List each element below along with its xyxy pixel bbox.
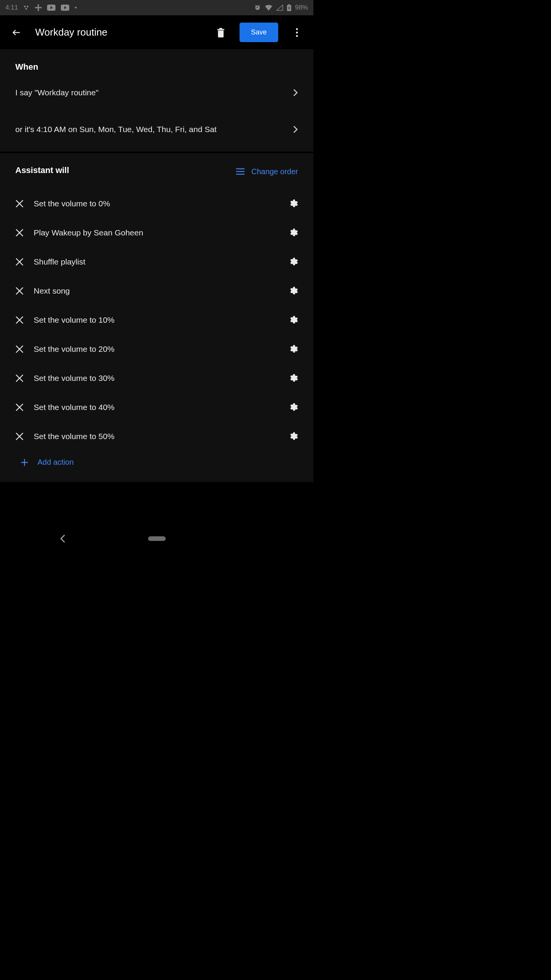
slack-icon (35, 4, 42, 11)
action-settings-button[interactable] (288, 344, 298, 354)
assistant-section: Assistant will Change order (0, 153, 313, 181)
add-action-label: Add action (37, 458, 74, 467)
when-section: When I say "Workday routine" or it's 4:1… (0, 50, 313, 152)
action-row: Set the volume to 0% (15, 189, 298, 218)
add-action-button[interactable]: Add action (15, 451, 298, 478)
action-settings-button[interactable] (288, 199, 298, 209)
action-settings-button[interactable] (288, 373, 298, 383)
youtube-icon-2 (61, 5, 69, 11)
status-right: 98% (254, 4, 308, 11)
svg-point-15 (296, 35, 298, 37)
status-left: 4:11 • (5, 4, 77, 11)
nav-home-pill[interactable] (148, 536, 166, 541)
change-order-button[interactable]: Change order (236, 167, 298, 176)
trigger-label: I say "Workday routine" (15, 88, 99, 97)
plus-icon (21, 459, 28, 466)
action-label: Shuffle playlist (34, 257, 288, 266)
action-row: Shuffle playlist (15, 247, 298, 276)
remove-action-button[interactable] (15, 287, 34, 295)
actions-list: Set the volume to 0%Play Wakeup by Sean … (0, 181, 313, 482)
action-label: Set the volume to 20% (34, 345, 288, 354)
battery-percent: 98% (295, 4, 308, 11)
remove-action-button[interactable] (15, 258, 34, 266)
action-settings-button[interactable] (288, 286, 298, 296)
app-bar: Workday routine Save (0, 15, 313, 50)
remove-action-button[interactable] (15, 432, 34, 441)
action-label: Next song (34, 286, 288, 296)
reorder-icon (236, 168, 245, 175)
chevron-right-icon (293, 88, 298, 97)
svg-point-13 (296, 28, 298, 30)
action-settings-button[interactable] (288, 315, 298, 325)
clock-text: 4:11 (5, 4, 18, 11)
signal-icon (276, 5, 283, 11)
remove-action-button[interactable] (15, 229, 34, 237)
overflow-menu-button[interactable] (289, 24, 305, 41)
remove-action-button[interactable] (15, 403, 34, 412)
action-label: Set the volume to 40% (34, 403, 288, 412)
trigger-label: or it's 4:10 AM on Sun, Mon, Tue, Wed, T… (15, 125, 217, 134)
action-settings-button[interactable] (288, 228, 298, 238)
svg-point-2 (25, 8, 27, 10)
action-row: Play Wakeup by Sean Goheen (15, 218, 298, 247)
change-order-label: Change order (251, 167, 298, 176)
svg-point-1 (27, 6, 28, 7)
action-settings-button[interactable] (288, 402, 298, 412)
action-row: Set the volume to 40% (15, 393, 298, 422)
assistant-dots-icon (23, 5, 29, 11)
action-row: Set the volume to 30% (15, 364, 298, 393)
trigger-schedule[interactable]: or it's 4:10 AM on Sun, Mon, Tue, Wed, T… (15, 111, 298, 148)
action-row: Set the volume to 50% (15, 422, 298, 451)
battery-icon (287, 4, 291, 11)
action-row: Next song (15, 276, 298, 305)
svg-point-14 (296, 31, 298, 33)
remove-action-button[interactable] (15, 199, 34, 208)
save-button[interactable]: Save (240, 23, 278, 42)
svg-rect-11 (288, 4, 290, 5)
wifi-icon (265, 5, 272, 11)
action-label: Set the volume to 50% (34, 432, 288, 441)
remove-action-button[interactable] (15, 374, 34, 382)
action-label: Set the volume to 30% (34, 374, 288, 383)
trigger-voice-command[interactable]: I say "Workday routine" (15, 74, 298, 111)
svg-marker-9 (277, 5, 283, 10)
action-settings-button[interactable] (288, 257, 298, 267)
action-row: Set the volume to 10% (15, 305, 298, 335)
alarm-icon (254, 4, 261, 11)
navigation-bar (0, 526, 313, 551)
action-row: Set the volume to 20% (15, 335, 298, 364)
assistant-header: Assistant will (15, 165, 69, 175)
remove-action-button[interactable] (15, 345, 34, 353)
content-area: When I say "Workday routine" or it's 4:1… (0, 50, 313, 482)
more-notifications-dot: • (75, 4, 77, 11)
page-title: Workday routine (35, 26, 202, 38)
chevron-right-icon (293, 125, 298, 134)
delete-button[interactable] (213, 24, 229, 41)
action-label: Set the volume to 0% (34, 199, 288, 208)
remove-action-button[interactable] (15, 316, 34, 324)
action-label: Set the volume to 10% (34, 315, 288, 325)
nav-back-button[interactable] (60, 534, 66, 543)
youtube-icon (47, 5, 55, 11)
when-header: When (15, 62, 298, 72)
svg-rect-4 (35, 7, 42, 8)
svg-point-0 (24, 6, 26, 7)
back-button[interactable] (8, 24, 24, 41)
action-settings-button[interactable] (288, 431, 298, 441)
status-bar: 4:11 • 98% (0, 0, 313, 15)
action-label: Play Wakeup by Sean Goheen (34, 228, 288, 237)
